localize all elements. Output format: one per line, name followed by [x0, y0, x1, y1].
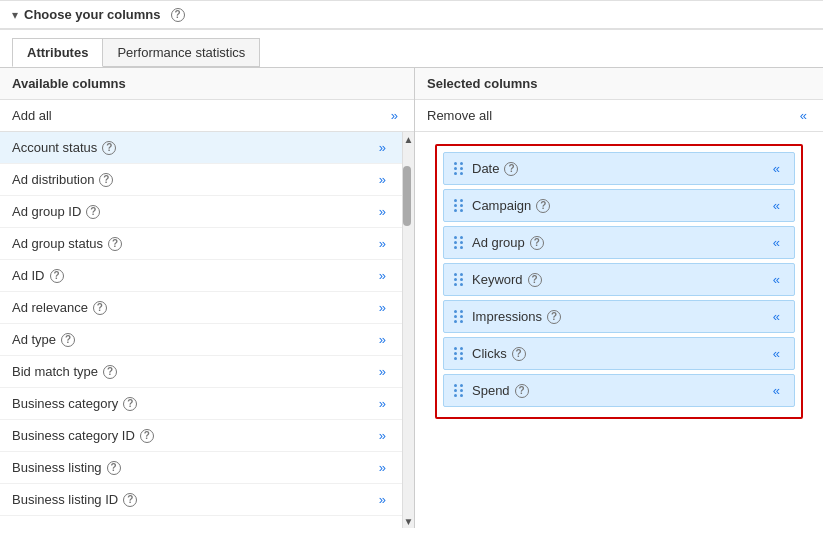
list-item[interactable]: Business listing ID ? » [0, 484, 402, 516]
selected-item[interactable]: Spend ? « [443, 374, 795, 407]
remove-all-button[interactable]: « [796, 106, 811, 125]
add-all-button[interactable]: » [387, 106, 402, 125]
selected-item[interactable]: Impressions ? « [443, 300, 795, 333]
header-help-icon[interactable]: ? [171, 8, 185, 22]
selected-item[interactable]: Date ? « [443, 152, 795, 185]
add-column-button[interactable]: » [375, 266, 390, 285]
content-area: Available columns Add all » Account stat… [0, 68, 823, 528]
header: ▾ Choose your columns ? [0, 0, 823, 30]
tab-performance[interactable]: Performance statistics [102, 38, 260, 67]
add-column-button[interactable]: » [375, 138, 390, 157]
scroll-thumb[interactable] [403, 166, 411, 226]
list-item[interactable]: Ad relevance ? » [0, 292, 402, 324]
list-item[interactable]: Business category ID ? » [0, 420, 402, 452]
selected-item[interactable]: Ad group ? « [443, 226, 795, 259]
add-column-button[interactable]: » [375, 426, 390, 445]
collapse-arrow[interactable]: ▾ [12, 8, 18, 22]
help-icon[interactable]: ? [93, 301, 107, 315]
help-icon[interactable]: ? [108, 237, 122, 251]
list-item[interactable]: Ad type ? » [0, 324, 402, 356]
list-item[interactable]: Ad group ID ? » [0, 196, 402, 228]
available-columns-header: Available columns [0, 68, 414, 100]
help-icon[interactable]: ? [528, 273, 542, 287]
page-title: Choose your columns [24, 7, 161, 22]
help-icon[interactable]: ? [547, 310, 561, 324]
list-item[interactable]: Bid match type ? » [0, 356, 402, 388]
remove-column-button[interactable]: « [769, 233, 784, 252]
help-icon[interactable]: ? [86, 205, 100, 219]
help-icon[interactable]: ? [123, 493, 137, 507]
add-column-button[interactable]: » [375, 490, 390, 509]
add-column-button[interactable]: » [375, 234, 390, 253]
remove-column-button[interactable]: « [769, 159, 784, 178]
selected-label: Ad group [472, 235, 525, 250]
remove-column-button[interactable]: « [769, 307, 784, 326]
column-label: Business listing [12, 460, 102, 475]
column-label: Ad distribution [12, 172, 94, 187]
column-label: Business category [12, 396, 118, 411]
remove-column-button[interactable]: « [769, 381, 784, 400]
list-item[interactable]: Ad group status ? » [0, 228, 402, 260]
selected-item[interactable]: Campaign ? « [443, 189, 795, 222]
scroll-up-button[interactable]: ▲ [403, 132, 415, 146]
tab-attributes[interactable]: Attributes [12, 38, 103, 67]
remove-column-button[interactable]: « [769, 270, 784, 289]
remove-all-row: Remove all « [415, 100, 823, 132]
list-item[interactable]: Business listing ? » [0, 452, 402, 484]
help-icon[interactable]: ? [504, 162, 518, 176]
add-column-button[interactable]: » [375, 170, 390, 189]
selected-label: Date [472, 161, 499, 176]
column-label: Ad type [12, 332, 56, 347]
selected-label: Keyword [472, 272, 523, 287]
scroll-down-button[interactable]: ▼ [403, 514, 415, 528]
list-item[interactable]: Account status ? » [0, 132, 402, 164]
drag-handle-icon [454, 310, 464, 323]
help-icon[interactable]: ? [99, 173, 113, 187]
selected-label: Spend [472, 383, 510, 398]
selected-item[interactable]: Clicks ? « [443, 337, 795, 370]
add-all-label: Add all [12, 108, 52, 123]
add-column-button[interactable]: » [375, 330, 390, 349]
right-panel: Selected columns Remove all « Date ? [415, 68, 823, 528]
selected-label: Campaign [472, 198, 531, 213]
help-icon[interactable]: ? [530, 236, 544, 250]
selected-label: Impressions [472, 309, 542, 324]
help-icon[interactable]: ? [123, 397, 137, 411]
column-label: Account status [12, 140, 97, 155]
help-icon[interactable]: ? [140, 429, 154, 443]
column-label: Ad group ID [12, 204, 81, 219]
help-icon[interactable]: ? [102, 141, 116, 155]
help-icon[interactable]: ? [61, 333, 75, 347]
list-item[interactable]: Ad distribution ? » [0, 164, 402, 196]
add-all-row: Add all » [0, 100, 414, 132]
selected-item[interactable]: Keyword ? « [443, 263, 795, 296]
column-label: Business category ID [12, 428, 135, 443]
remove-all-label: Remove all [427, 108, 492, 123]
column-label: Bid match type [12, 364, 98, 379]
drag-handle-icon [454, 199, 464, 212]
selected-label: Clicks [472, 346, 507, 361]
help-icon[interactable]: ? [103, 365, 117, 379]
list-item[interactable]: Ad ID ? » [0, 260, 402, 292]
help-icon[interactable]: ? [515, 384, 529, 398]
selected-columns-header: Selected columns [415, 68, 823, 100]
remove-column-button[interactable]: « [769, 196, 784, 215]
help-icon[interactable]: ? [512, 347, 526, 361]
help-icon[interactable]: ? [50, 269, 64, 283]
drag-handle-icon [454, 236, 464, 249]
tabs-bar: Attributes Performance statistics [0, 30, 823, 68]
help-icon[interactable]: ? [107, 461, 121, 475]
add-column-button[interactable]: » [375, 458, 390, 477]
add-column-button[interactable]: » [375, 202, 390, 221]
help-icon[interactable]: ? [536, 199, 550, 213]
add-column-button[interactable]: » [375, 394, 390, 413]
list-item[interactable]: Business category ? » [0, 388, 402, 420]
selected-columns-list: Date ? « Campaign ? « [415, 132, 823, 528]
available-columns-list: Account status ? » Ad distribution ? » A… [0, 132, 402, 528]
drag-handle-icon [454, 273, 464, 286]
add-column-button[interactable]: » [375, 362, 390, 381]
column-label: Ad relevance [12, 300, 88, 315]
remove-column-button[interactable]: « [769, 344, 784, 363]
column-label: Business listing ID [12, 492, 118, 507]
add-column-button[interactable]: » [375, 298, 390, 317]
